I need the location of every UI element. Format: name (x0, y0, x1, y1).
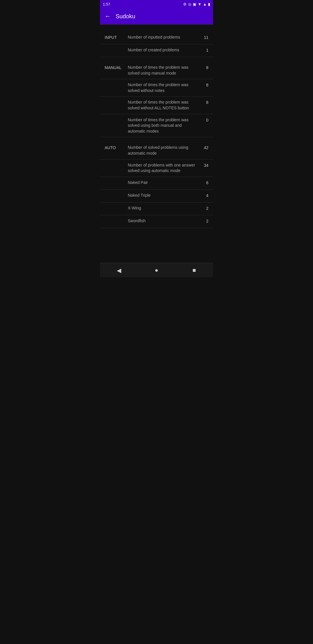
category-empty (105, 47, 128, 48)
row-label: Naked Pair (128, 180, 200, 186)
manual-section: MANUAL Number of times the problem was s… (100, 62, 213, 137)
table-row: Naked Pair 6 (100, 177, 213, 190)
row-value: 8 (200, 100, 208, 105)
input-section: INPUT Number of inputted problems 11 Num… (100, 32, 213, 57)
row-value: 11 (200, 35, 208, 40)
table-row: Number of times the problem was solved w… (100, 79, 213, 97)
category-manual: MANUAL (105, 65, 128, 70)
table-row: INPUT Number of inputted problems 11 (100, 32, 213, 44)
category-empty (105, 180, 128, 180)
wifi-icon: ▼ (198, 2, 201, 6)
table-row: X-Wing 2 (100, 202, 213, 215)
category-empty (105, 162, 128, 163)
nav-recent-button[interactable]: ■ (185, 265, 203, 276)
row-value: 34 (200, 162, 208, 168)
table-row: Naked Triple 4 (100, 190, 213, 202)
row-value: 8 (200, 82, 208, 87)
row-value: 2 (200, 205, 208, 211)
row-label: Number of times the problem was solved u… (128, 117, 200, 134)
battery-icon: ▮ (208, 2, 210, 6)
row-label: Number of inputted problems (128, 35, 200, 40)
category-input: INPUT (105, 35, 128, 40)
gap-2 (100, 137, 213, 142)
row-label: X-Wing (128, 205, 200, 211)
row-label: Swordfish (128, 218, 200, 224)
table-row: Swordfish 2 (100, 215, 213, 228)
stats-container: INPUT Number of inputted problems 11 Num… (100, 25, 213, 263)
row-label: Number of problems with one answer solve… (128, 162, 200, 174)
table-row: AUTO Number of solved problems using aut… (100, 142, 213, 159)
row-value: 6 (200, 180, 208, 185)
status-time: 1:57 (103, 2, 110, 6)
table-row: MANUAL Number of times the problem was s… (100, 62, 213, 79)
status-icons: ⚙ ◎ ▣ ▼ ▲ ▮ (183, 2, 210, 6)
gap-1 (100, 57, 213, 62)
category-empty (105, 205, 128, 206)
row-label: Naked Triple (128, 193, 200, 198)
row-value: 2 (200, 218, 208, 223)
row-label: Number of times the problem was solved w… (128, 82, 200, 93)
signal-icon: ▲ (203, 2, 207, 6)
category-empty (105, 117, 128, 118)
app-bar: ← Sudoku (100, 8, 213, 24)
category-empty (105, 82, 128, 83)
nav-home-button[interactable]: ● (148, 265, 165, 276)
app-title: Sudoku (116, 13, 135, 20)
auto-section: AUTO Number of solved problems using aut… (100, 142, 213, 228)
status-bar: 1:57 ⚙ ◎ ▣ ▼ ▲ ▮ (100, 0, 213, 8)
table-row: Number of times the problem was solved u… (100, 114, 213, 138)
table-row: Number of times the problem was solved w… (100, 97, 213, 114)
circle-icon: ◎ (188, 2, 191, 6)
category-empty (105, 100, 128, 100)
row-value: 4 (200, 193, 208, 198)
sim-icon: ▣ (193, 2, 196, 6)
row-label: Number of times the problem was solved w… (128, 100, 200, 111)
category-auto: AUTO (105, 145, 128, 150)
row-label: Number of created problems (128, 47, 200, 53)
row-value: 1 (200, 47, 208, 53)
table-row: Number of created problems 1 (100, 44, 213, 57)
row-label: Number of times the problem was solved u… (128, 65, 200, 76)
row-value: 0 (200, 117, 208, 122)
gap-top (100, 27, 213, 32)
table-row: Number of problems with one answer solve… (100, 160, 213, 177)
category-empty (105, 193, 128, 193)
category-empty (105, 218, 128, 219)
nav-back-button[interactable]: ◀ (110, 265, 128, 276)
row-value: 8 (200, 65, 208, 70)
back-button[interactable]: ← (105, 12, 111, 20)
row-value: 42 (200, 145, 208, 150)
row-label: Number of solved problems using automati… (128, 145, 200, 156)
nav-bar: ◀ ● ■ (100, 263, 213, 277)
settings-icon: ⚙ (183, 2, 187, 6)
